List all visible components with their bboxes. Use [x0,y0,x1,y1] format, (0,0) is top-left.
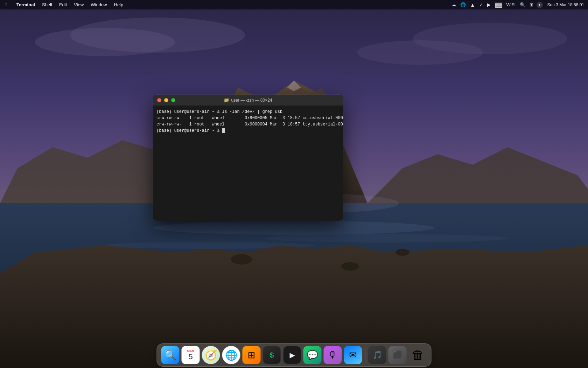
terminal-window: 📁 user — -zsh — 80×24 (base) user@users-… [153,95,343,221]
terminal-content[interactable]: (base) user@users-air ~ % ls -lah /dev/ … [153,106,343,221]
dock-item-finder[interactable]: 🔍 [161,346,180,364]
terminal-line-4: (base) user@users-air ~ % [156,128,340,134]
dock-item-app2[interactable]: ⬛ [388,346,407,364]
terminal-line-1: (base) user@users-air ~ % ls -lah /dev/ … [156,109,340,115]
menubar-left:  Terminal Shell Edit View Window Help [3,1,450,8]
dock-item-whatsapp[interactable]: 💬 [303,346,322,364]
menu-window[interactable]: Window [88,1,110,8]
traffic-lights [157,98,175,102]
minimize-button[interactable] [164,98,168,102]
battery-icon[interactable]: ▓▓ [494,2,503,8]
check-icon[interactable]: ✓ [478,2,484,7]
control-center-icon[interactable]: ⊞ [528,2,534,7]
dock-item-podcasts[interactable]: 🎙 [324,346,342,364]
svg-point-19 [396,249,410,256]
svg-point-4 [413,23,567,54]
dock-item-safari[interactable]: 🧭 [202,346,220,364]
terminal-title: 📁 user — -zsh — 80×24 [224,97,272,103]
dock-separator [365,347,365,363]
dock-item-iterm[interactable]: $ [263,346,281,364]
menubar:  Terminal Shell Edit View Window Help ☁… [0,0,588,9]
svg-point-17 [231,254,252,265]
menu-help[interactable]: Help [111,1,126,8]
dock-item-trash[interactable]: 🗑 [409,346,427,364]
close-button[interactable] [157,98,161,102]
menu-shell[interactable]: Shell [39,1,55,8]
svg-point-2 [70,18,245,53]
dock-item-app1[interactable]: 🎵 [368,346,386,364]
terminal-cursor [222,128,225,133]
wifi-icon[interactable]: WiFi [505,2,517,7]
svg-point-8 [262,234,507,243]
dock-item-chrome[interactable]: 🌐 [222,346,240,364]
globe-icon[interactable]: 🌐 [459,2,467,7]
dock-item-terminal[interactable]: ▶ [283,346,301,364]
icloud-icon[interactable]: ☁ [450,2,457,7]
dock-item-mail[interactable]: ✉ [344,346,362,364]
terminal-line-3: crw-rw-rw- 1 root wheel 0x9000004 Mar 3 … [156,121,340,128]
delta-icon[interactable]: ▲ [469,2,476,8]
maximize-button[interactable] [171,98,175,102]
svg-point-18 [341,262,359,271]
menu-edit[interactable]: Edit [56,1,70,8]
svg-point-6 [154,221,434,235]
dock: 🔍 MAR 5 🧭 🌐 ⊞ $ ▶ 💬 🎙 ✉ 🎵 ⬛ [157,343,432,367]
folder-icon: 📁 [224,97,229,103]
dock-item-calendar[interactable]: MAR 5 [182,346,200,364]
terminal-titlebar: 📁 user — -zsh — 80×24 [153,95,343,106]
notification-icon[interactable]: ● [537,2,543,8]
menubar-right: ☁ 🌐 ▲ ✓ ▶ ▓▓ WiFi 🔍 ⊞ ● Sun 3 Mar 18.58.… [450,2,585,8]
app-name[interactable]: Terminal [14,1,38,8]
datetime-display: Sun 3 Mar 18.58.01 [546,2,585,7]
dock-item-launchpad[interactable]: ⊞ [243,346,261,364]
menu-view[interactable]: View [71,1,86,8]
search-icon[interactable]: 🔍 [519,2,526,7]
play-icon[interactable]: ▶ [486,2,492,7]
terminal-line-2: crw-rw-rw- 1 root wheel 0x9000005 Mar 3 … [156,115,340,121]
terminal-title-text: user — -zsh — 80×24 [231,98,272,103]
apple-menu[interactable]:  [3,1,10,8]
